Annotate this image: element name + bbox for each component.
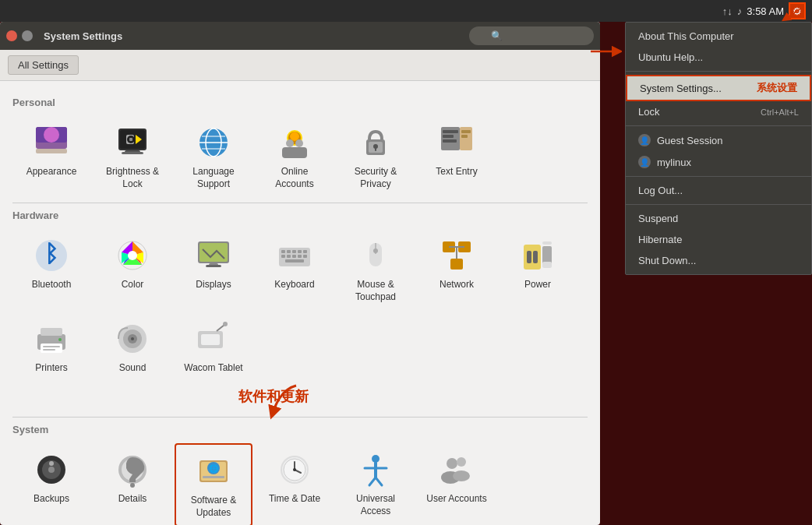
- sound-item[interactable]: Sound: [94, 312, 171, 381]
- volume-icon[interactable]: ♪: [737, 5, 743, 17]
- close-button[interactable]: [6, 30, 17, 41]
- svg-point-105: [457, 457, 466, 467]
- svg-point-72: [58, 338, 62, 341]
- hardware-divider: [12, 417, 588, 418]
- time-date-item[interactable]: Time & Date: [256, 443, 334, 525]
- details-item[interactable]: Details: [94, 443, 171, 525]
- color-item[interactable]: Color: [94, 229, 171, 309]
- dropdown-menu: About This Computer Ubuntu Help... Syste…: [625, 22, 812, 275]
- svg-rect-92: [203, 476, 224, 478]
- keyboard-item[interactable]: Keyboard: [256, 229, 334, 309]
- guest-avatar: 👤: [638, 134, 651, 146]
- system-settings-item[interactable]: System Settings... 系统设置: [626, 75, 811, 101]
- svg-rect-29: [443, 139, 457, 143]
- svg-point-83: [48, 467, 55, 473]
- svg-point-87: [130, 483, 135, 488]
- bluetooth-item[interactable]: ᛒ Bluetooth: [12, 229, 90, 309]
- universal-access-label: Universal Access: [343, 493, 408, 517]
- suspend-item[interactable]: Suspend: [626, 208, 811, 229]
- shutdown-item[interactable]: Shut Down...: [626, 250, 811, 271]
- security-item[interactable]: Security & Privacy: [337, 116, 415, 196]
- personal-divider: [12, 203, 588, 203]
- details-label: Details: [118, 493, 147, 506]
- user-accounts-item[interactable]: User Accounts: [418, 443, 496, 525]
- svg-line-103: [376, 477, 382, 485]
- svg-text:ᛒ: ᛒ: [44, 241, 58, 266]
- svg-rect-39: [206, 265, 221, 267]
- svg-rect-18: [282, 147, 307, 158]
- svg-rect-30: [461, 130, 471, 133]
- text-entry-item[interactable]: Text Entry: [418, 116, 496, 196]
- lock-label: Lock: [638, 106, 659, 118]
- lock-item[interactable]: Lock Ctrl+Alt+L: [626, 101, 811, 122]
- displays-item[interactable]: Displays: [175, 229, 252, 309]
- svg-rect-57: [450, 259, 463, 270]
- about-computer-item[interactable]: About This Computer: [626, 26, 811, 47]
- separator-1: [626, 71, 811, 72]
- mouse-item[interactable]: Mouse & Touchpad: [337, 229, 415, 309]
- printers-label: Printers: [35, 362, 67, 375]
- svg-rect-24: [375, 147, 376, 151]
- svg-line-102: [369, 477, 376, 485]
- svg-rect-37: [199, 243, 228, 262]
- svg-rect-78: [201, 334, 220, 345]
- guest-session-item[interactable]: 👤 Guest Session: [626, 129, 811, 151]
- separator-2: [626, 125, 811, 126]
- svg-point-35: [128, 251, 137, 260]
- svg-point-107: [453, 470, 470, 481]
- clock: 3:58 AM: [747, 5, 784, 17]
- displays-label: Displays: [196, 279, 231, 291]
- svg-rect-42: [287, 250, 291, 253]
- software-updates-icon: 🌐: [195, 453, 232, 490]
- appearance-item[interactable]: Appearance: [12, 116, 90, 196]
- separator-3: [626, 176, 811, 177]
- wacom-label: Wacom Tablet: [184, 362, 242, 375]
- all-settings-button[interactable]: All Settings: [8, 55, 79, 75]
- sound-icon: [114, 320, 151, 358]
- network-item[interactable]: Network: [418, 229, 496, 309]
- svg-rect-49: [298, 255, 302, 258]
- backups-item[interactable]: Backups: [12, 443, 90, 525]
- lock-shortcut: Ctrl+Alt+L: [761, 107, 799, 117]
- backups-icon: [33, 451, 70, 488]
- mylinux-item[interactable]: 👤 mylinux: [626, 151, 811, 173]
- svg-rect-64: [542, 241, 552, 245]
- user-avatar: 👤: [638, 156, 651, 168]
- network-icon[interactable]: ↑↓: [722, 5, 733, 17]
- topbar: ↑↓ ♪ 3:58 AM ⚙: [0, 0, 812, 22]
- logout-item[interactable]: Log Out...: [626, 180, 811, 201]
- search-input[interactable]: [469, 26, 594, 45]
- wacom-item[interactable]: Wacom Tablet: [175, 312, 252, 381]
- wacom-icon: [195, 320, 232, 358]
- brightness-item[interactable]: Brightness & Lock: [94, 116, 171, 196]
- svg-rect-10: [129, 138, 132, 141]
- system-settings-chinese: 系统设置: [757, 81, 797, 95]
- displays-icon: [195, 237, 232, 274]
- svg-rect-51: [285, 259, 304, 262]
- keyboard-label: Keyboard: [274, 279, 314, 291]
- online-accounts-item[interactable]: Online Accounts: [256, 116, 334, 196]
- language-item[interactable]: Language Support: [175, 116, 252, 196]
- power-item[interactable]: Power: [499, 229, 577, 309]
- hardware-section-title: Hardware: [12, 210, 588, 221]
- color-icon: [114, 237, 151, 274]
- software-updates-item[interactable]: 🌐 Software & Updates: [175, 443, 252, 525]
- minimize-button[interactable]: [22, 30, 33, 41]
- svg-rect-71: [43, 349, 55, 351]
- mouse-icon: [357, 237, 394, 274]
- user-accounts-label: User Accounts: [426, 493, 486, 506]
- security-label: Security & Privacy: [343, 166, 408, 190]
- ubuntu-help-item[interactable]: Ubuntu Help...: [626, 47, 811, 68]
- universal-access-item[interactable]: Universal Access: [337, 443, 415, 525]
- backups-label: Backups: [34, 493, 69, 506]
- svg-point-80: [223, 322, 228, 326]
- gear-button[interactable]: ⚙: [789, 2, 806, 19]
- sound-label: Sound: [119, 362, 147, 375]
- hibernate-item[interactable]: Hibernate: [626, 229, 811, 250]
- svg-rect-61: [524, 245, 541, 270]
- settings-content: Personal Appearance: [0, 81, 600, 525]
- printers-icon: [33, 320, 70, 358]
- printers-item[interactable]: Printers: [12, 312, 90, 381]
- window-title: System Settings: [44, 30, 122, 42]
- language-icon: [195, 124, 232, 161]
